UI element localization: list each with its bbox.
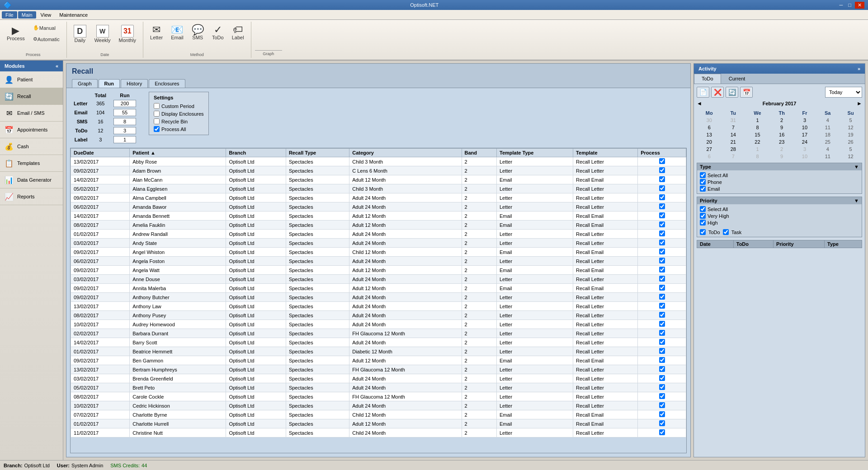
table-row[interactable]: 02/02/2017 Barbara Durrant Optisoft Ltd … — [71, 329, 686, 338]
th-duedate[interactable]: DueDate — [71, 149, 130, 157]
table-row[interactable]: 14/02/2017 Alan McCann Optisoft Ltd Spec… — [71, 175, 686, 184]
calendar-day[interactable]: 19 — [839, 131, 862, 138]
calendar-day[interactable]: 6 — [697, 153, 722, 160]
process-checkbox[interactable] — [659, 384, 665, 390]
tab-history[interactable]: History — [121, 79, 148, 88]
sidebar-item-cash[interactable]: 💰 Cash — [0, 138, 63, 155]
sidebar-item-patient[interactable]: 👤 Patient — [0, 71, 63, 88]
type-select-all-checkbox[interactable] — [700, 172, 706, 178]
calendar-day[interactable]: 6 — [697, 124, 722, 131]
restore-button[interactable]: □ — [846, 2, 853, 9]
cell-process[interactable] — [638, 356, 686, 365]
th-template-type[interactable]: Template Type — [497, 149, 573, 157]
th-template[interactable]: Template — [573, 149, 638, 157]
process-checkbox[interactable] — [659, 420, 665, 426]
table-row[interactable]: 09/02/2017 Ben Gammon Optisoft Ltd Spect… — [71, 356, 686, 365]
calendar-day[interactable]: 1 — [745, 117, 770, 124]
email-button[interactable]: 📧 Email — [168, 23, 187, 42]
recycle-bin-checkbox[interactable] — [154, 118, 160, 124]
table-row[interactable]: 09/02/2017 Angela Watt Optisoft Ltd Spec… — [71, 266, 686, 275]
calendar-day[interactable]: 21 — [722, 138, 745, 146]
stats-run-input[interactable] — [113, 100, 136, 107]
calendar-day[interactable]: 30 — [697, 117, 722, 124]
cell-process[interactable] — [638, 311, 686, 320]
process-checkbox[interactable] — [659, 158, 665, 164]
tab-graph[interactable]: Graph — [72, 79, 98, 88]
cell-process[interactable] — [638, 166, 686, 175]
calendar-day[interactable]: 14 — [722, 131, 745, 138]
minimize-button[interactable]: ─ — [838, 2, 845, 9]
cell-process[interactable] — [638, 383, 686, 392]
cell-process[interactable] — [638, 284, 686, 293]
cell-process[interactable] — [638, 212, 686, 221]
table-row[interactable]: 01/02/2017 Andrew Randall Optisoft Ltd S… — [71, 230, 686, 239]
calendar-day[interactable]: 28 — [722, 146, 745, 153]
process-checkbox[interactable] — [659, 330, 665, 336]
th-category[interactable]: Category — [349, 149, 462, 157]
priority-scroll-icon[interactable]: ▼ — [854, 198, 859, 203]
calendar-day[interactable]: 20 — [697, 138, 722, 146]
calendar-day[interactable]: 16 — [770, 131, 793, 138]
calendar-day[interactable]: 2 — [770, 146, 793, 153]
calendar-day[interactable]: 2 — [770, 117, 793, 124]
todo-filter-checkbox[interactable] — [700, 229, 706, 235]
cell-process[interactable] — [638, 275, 686, 284]
process-checkbox[interactable] — [659, 357, 665, 363]
cell-process[interactable] — [638, 184, 686, 193]
calendar-day[interactable]: 10 — [793, 124, 816, 131]
table-row[interactable]: 09/02/2017 Adam Brown Optisoft Ltd Spect… — [71, 166, 686, 175]
cell-process[interactable] — [638, 202, 686, 212]
cell-process[interactable] — [638, 239, 686, 248]
th-band[interactable]: Band — [462, 149, 496, 157]
cell-process[interactable] — [638, 193, 686, 202]
table-row[interactable]: 09/02/2017 Anthony Butcher Optisoft Ltd … — [71, 293, 686, 302]
calendar-day[interactable]: 5 — [839, 117, 862, 124]
calendar-day[interactable]: 8 — [745, 153, 770, 160]
process-checkbox[interactable] — [659, 267, 665, 273]
sidebar-item-appointments[interactable]: 📅 Appointments — [0, 122, 63, 138]
process-checkbox[interactable] — [659, 429, 665, 435]
manual-button[interactable]: ✋ Manual — [30, 23, 63, 33]
sidebar-item-data-generator[interactable]: 📊 Data Generator — [0, 172, 63, 188]
cell-process[interactable] — [638, 338, 686, 347]
calendar-day[interactable]: 27 — [697, 146, 722, 153]
calendar-day[interactable]: 10 — [793, 153, 816, 160]
calendar-day[interactable]: 8 — [745, 124, 770, 131]
table-row[interactable]: 01/02/2017 Charlotte Hurrell Optisoft Lt… — [71, 419, 686, 428]
table-row[interactable]: 13/02/2017 Bertram Humphreys Optisoft Lt… — [71, 365, 686, 374]
table-row[interactable]: 14/02/2017 Amanda Bennett Optisoft Ltd S… — [71, 212, 686, 221]
calendar-day[interactable]: 7 — [722, 153, 745, 160]
calendar-day[interactable]: 1 — [745, 146, 770, 153]
custom-period-checkbox[interactable] — [154, 103, 160, 109]
process-checkbox[interactable] — [659, 402, 665, 408]
table-row[interactable]: 11/02/2017 Christine Nutt Optisoft Ltd S… — [71, 428, 686, 437]
stats-run-input[interactable] — [113, 127, 136, 134]
monthly-button[interactable]: 31 Monthly — [116, 23, 140, 45]
calendar-day[interactable]: 13 — [697, 131, 722, 138]
table-row[interactable]: 13/02/2017 Abby Rose Optisoft Ltd Specta… — [71, 157, 686, 166]
automatic-button[interactable]: ⚙ Automatic — [30, 34, 63, 44]
process-checkbox[interactable] — [659, 312, 665, 318]
calendar-day[interactable]: 3 — [793, 146, 816, 153]
calendar-day[interactable]: 11 — [816, 153, 839, 160]
process-checkbox[interactable] — [659, 185, 665, 191]
table-row[interactable]: 08/02/2017 Carole Cockle Optisoft Ltd Sp… — [71, 392, 686, 401]
process-checkbox[interactable] — [659, 176, 665, 182]
sidebar-item-recall[interactable]: 🔄 Recall — [0, 88, 63, 105]
type-scroll-icon[interactable]: ▼ — [854, 164, 859, 169]
menu-main[interactable]: Main — [18, 11, 36, 19]
process-checkbox[interactable] — [659, 212, 665, 218]
process-checkbox[interactable] — [659, 321, 665, 327]
process-checkbox[interactable] — [659, 411, 665, 417]
table-row[interactable]: 10/02/2017 Cedric Hickinson Optisoft Ltd… — [71, 401, 686, 410]
table-row[interactable]: 06/02/2017 Angela Foston Optisoft Ltd Sp… — [71, 257, 686, 266]
letter-button[interactable]: ✉ Letter — [147, 23, 166, 42]
calendar-day[interactable]: 3 — [793, 117, 816, 124]
cell-process[interactable] — [638, 293, 686, 302]
activity-tab-todo[interactable]: ToDo — [694, 74, 721, 84]
process-checkbox[interactable] — [659, 240, 665, 245]
process-all-checkbox[interactable] — [154, 126, 160, 132]
process-checkbox[interactable] — [659, 294, 665, 300]
table-row[interactable]: 03/02/2017 Brenda Greenfield Optisoft Lt… — [71, 374, 686, 383]
sidebar-item-email-sms[interactable]: ✉ Email / SMS — [0, 105, 63, 122]
